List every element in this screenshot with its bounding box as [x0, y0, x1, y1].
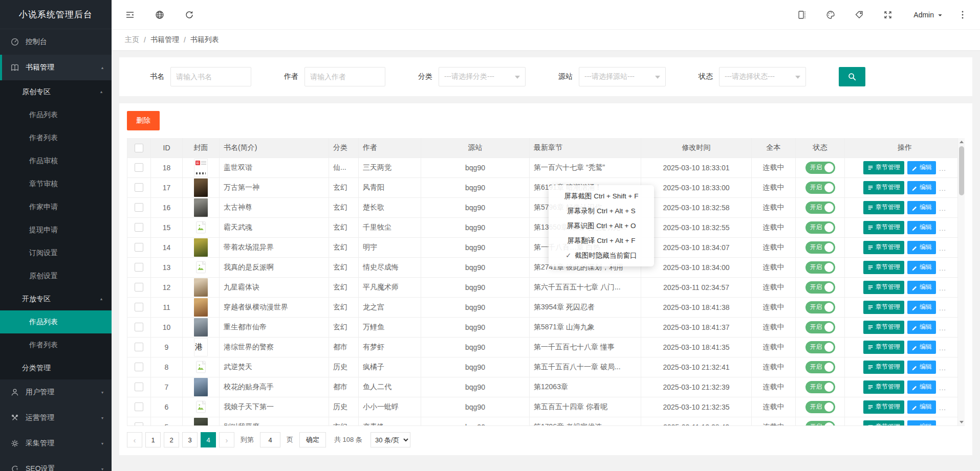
- more-actions[interactable]: ...: [939, 324, 946, 332]
- edit-button[interactable]: 编辑: [907, 261, 936, 274]
- sidebar-item-seo[interactable]: SEO设置▼: [0, 456, 112, 471]
- scroll-up-icon[interactable]: [958, 138, 965, 145]
- status-toggle[interactable]: 开启: [805, 401, 835, 413]
- row-checkbox[interactable]: [135, 223, 143, 232]
- admin-menu[interactable]: Admin: [913, 11, 943, 19]
- status-toggle[interactable]: 开启: [805, 182, 835, 194]
- more-actions[interactable]: ...: [939, 384, 946, 392]
- chapter-manage-button[interactable]: 章节管理: [863, 201, 904, 214]
- edit-button[interactable]: 编辑: [907, 161, 936, 174]
- more-actions[interactable]: ...: [939, 244, 946, 252]
- sidebar-subitem-作品列表[interactable]: 作品列表: [0, 103, 112, 126]
- sidebar-item-books[interactable]: 书籍管理▲: [0, 55, 112, 80]
- source-select[interactable]: ---请选择源站---: [579, 67, 666, 86]
- chapter-manage-button[interactable]: 章节管理: [863, 361, 904, 374]
- more-actions[interactable]: ...: [939, 364, 946, 372]
- author-input[interactable]: [304, 67, 385, 86]
- more-actions[interactable]: ...: [939, 165, 946, 172]
- context-menu-item[interactable]: ✓截图时隐藏当前窗口: [549, 248, 654, 263]
- context-menu-item[interactable]: 屏幕截图 Ctrl + Shift + F: [549, 189, 654, 204]
- select-all-checkbox[interactable]: [135, 144, 143, 152]
- row-checkbox[interactable]: [135, 243, 143, 252]
- row-checkbox[interactable]: [135, 363, 143, 371]
- edit-button[interactable]: 编辑: [907, 201, 936, 214]
- scrollbar-thumb[interactable]: [959, 146, 964, 195]
- row-checkbox[interactable]: [135, 383, 143, 391]
- chapter-manage-button[interactable]: 章节管理: [863, 420, 904, 427]
- collapse-sidebar-icon[interactable]: [125, 10, 135, 20]
- status-toggle[interactable]: 开启: [805, 162, 835, 174]
- tag-icon[interactable]: [854, 10, 864, 20]
- more-actions[interactable]: ...: [939, 404, 946, 412]
- sidebar-subitem-作者列表[interactable]: 作者列表: [0, 333, 112, 356]
- chapter-manage-button[interactable]: 章节管理: [863, 400, 904, 414]
- edit-button[interactable]: 编辑: [907, 241, 936, 254]
- page-button-2[interactable]: 2: [164, 432, 179, 447]
- sidebar-subitem-订阅设置[interactable]: 订阅设置: [0, 241, 112, 264]
- next-page-button[interactable]: ›: [219, 432, 234, 447]
- prev-page-button[interactable]: ‹: [127, 432, 142, 447]
- breadcrumb-item[interactable]: 书籍管理: [150, 35, 179, 44]
- edit-button[interactable]: 编辑: [907, 321, 936, 334]
- sidebar-group-原创专区[interactable]: 原创专区▲: [0, 80, 112, 103]
- page-button-4[interactable]: 4: [201, 432, 216, 447]
- more-actions[interactable]: ...: [939, 264, 946, 272]
- edit-button[interactable]: 编辑: [907, 400, 936, 414]
- row-checkbox[interactable]: [135, 203, 143, 212]
- edit-button[interactable]: 编辑: [907, 361, 936, 374]
- breadcrumb-item[interactable]: 主页: [125, 35, 139, 44]
- status-toggle[interactable]: 开启: [805, 301, 835, 313]
- chapter-manage-button[interactable]: 章节管理: [863, 181, 904, 194]
- row-checkbox[interactable]: [135, 402, 143, 411]
- chapter-manage-button[interactable]: 章节管理: [863, 281, 904, 294]
- more-actions[interactable]: ...: [939, 225, 946, 232]
- row-checkbox[interactable]: [135, 422, 143, 426]
- row-checkbox[interactable]: [135, 303, 143, 311]
- row-checkbox[interactable]: [135, 343, 143, 351]
- sidebar-subitem-原创设置[interactable]: 原创设置: [0, 264, 112, 287]
- status-toggle[interactable]: 开启: [805, 201, 835, 214]
- edit-button[interactable]: 编辑: [907, 301, 936, 314]
- edit-button[interactable]: 编辑: [907, 380, 936, 394]
- row-checkbox[interactable]: [135, 163, 143, 172]
- more-vert-icon[interactable]: [957, 10, 968, 20]
- refresh-icon[interactable]: [184, 10, 194, 20]
- sidebar-subitem-作者列表[interactable]: 作者列表: [0, 126, 112, 149]
- status-toggle[interactable]: 开启: [805, 241, 835, 254]
- chapter-manage-button[interactable]: 章节管理: [863, 161, 904, 174]
- row-checkbox[interactable]: [135, 283, 143, 291]
- search-button[interactable]: [839, 67, 865, 86]
- page-button-1[interactable]: 1: [145, 432, 161, 447]
- status-toggle[interactable]: 开启: [805, 341, 835, 353]
- book-name-input[interactable]: [170, 67, 251, 86]
- row-checkbox[interactable]: [135, 263, 143, 272]
- chapter-manage-button[interactable]: 章节管理: [863, 261, 904, 274]
- more-actions[interactable]: ...: [939, 284, 946, 292]
- scroll-down-icon[interactable]: [958, 418, 965, 425]
- status-toggle[interactable]: 开启: [805, 281, 835, 294]
- status-toggle[interactable]: 开启: [805, 261, 835, 274]
- sidebar-item-dashboard[interactable]: 控制台: [0, 29, 112, 55]
- edit-button[interactable]: 编辑: [907, 341, 936, 354]
- chapter-manage-button[interactable]: 章节管理: [863, 301, 904, 314]
- sidebar-subitem-作品审核[interactable]: 作品审核: [0, 149, 112, 172]
- category-select[interactable]: ---请选择分类---: [439, 67, 526, 86]
- more-actions[interactable]: ...: [939, 304, 946, 312]
- panel-icon[interactable]: [797, 10, 807, 20]
- globe-icon[interactable]: [155, 10, 165, 20]
- more-actions[interactable]: ...: [939, 424, 946, 427]
- confirm-jump-button[interactable]: 确定: [299, 432, 326, 447]
- more-actions[interactable]: ...: [939, 344, 946, 352]
- chapter-manage-button[interactable]: 章节管理: [863, 241, 904, 254]
- more-actions[interactable]: ...: [939, 185, 946, 192]
- delete-button[interactable]: 删除: [127, 111, 160, 130]
- sidebar-item-users[interactable]: 用户管理▼: [0, 379, 112, 405]
- jump-page-input[interactable]: [260, 432, 280, 447]
- more-actions[interactable]: ...: [939, 205, 946, 212]
- chapter-manage-button[interactable]: 章节管理: [863, 341, 904, 354]
- chapter-manage-button[interactable]: 章节管理: [863, 380, 904, 394]
- sidebar-subitem-作家申请[interactable]: 作家申请: [0, 195, 112, 218]
- status-toggle[interactable]: 开启: [805, 381, 835, 393]
- palette-icon[interactable]: [825, 10, 836, 20]
- status-toggle[interactable]: 开启: [805, 221, 835, 234]
